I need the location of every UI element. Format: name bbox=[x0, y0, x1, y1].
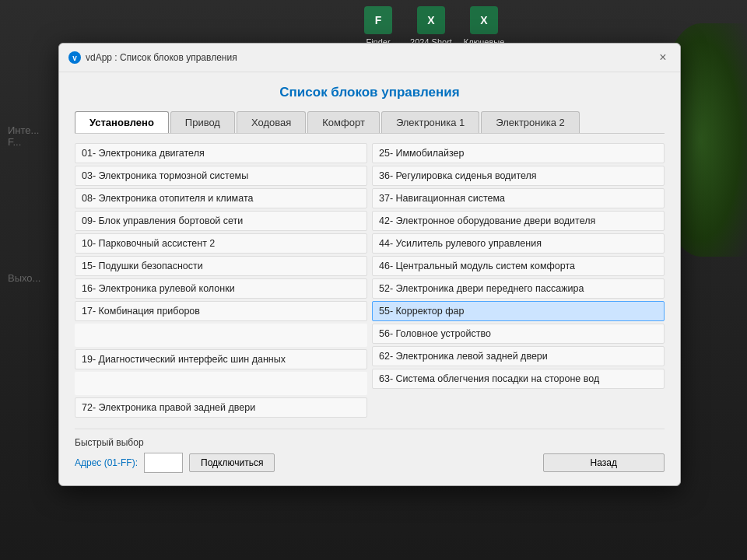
tab-privod[interactable]: Привод bbox=[170, 111, 235, 133]
left-list-item[interactable]: 08- Электроника отопителя и климата bbox=[75, 188, 367, 208]
left-list-item[interactable]: 09- Блок управления бортовой сети bbox=[75, 211, 367, 231]
tab-khodovaya[interactable]: Ходовая bbox=[237, 111, 306, 133]
desktop-icon-2024short[interactable]: X 2024 Short bbox=[408, 6, 454, 47]
bottom-row: Адрес (01-FF): Подключиться Назад bbox=[75, 453, 665, 473]
desktop-icon-klyuchevye[interactable]: X Ключевые bbox=[461, 6, 507, 47]
address-label: Адрес (01-FF): bbox=[75, 457, 138, 468]
right-list-item[interactable]: 42- Электронное оборудование двери водит… bbox=[372, 211, 665, 231]
left-list-item[interactable]: 15- Подушки безопасности bbox=[75, 256, 367, 276]
left-column: 01- Электроника двигателя03- Электроника… bbox=[75, 143, 367, 418]
dialog-titlebar: v vdApp : Список блоков управления × bbox=[59, 44, 680, 72]
watermark-line-1: Инте... bbox=[8, 124, 40, 136]
dialog-app-icon: v bbox=[68, 51, 81, 64]
right-list-item[interactable]: 52- Электроника двери переднего пассажир… bbox=[372, 278, 665, 299]
left-list-item[interactable]: 16- Электроника рулевой колонки bbox=[75, 278, 367, 299]
left-list-item[interactable]: 10- Парковочный ассистент 2 bbox=[75, 233, 367, 254]
quick-select-label: Быстрый выбор bbox=[75, 437, 665, 448]
back-button[interactable]: Назад bbox=[543, 453, 665, 472]
excel-icon-2: X bbox=[470, 6, 498, 34]
right-list-item[interactable]: 25- Иммобилайзер bbox=[372, 143, 665, 163]
excel-icon-1: X bbox=[417, 6, 445, 34]
finder-icon: F bbox=[364, 6, 392, 34]
tab-elektronika2[interactable]: Электроника 2 bbox=[481, 111, 579, 133]
content-columns: 01- Электроника двигателя03- Электроника… bbox=[75, 143, 665, 418]
right-list-item[interactable]: 62- Электроника левой задней двери bbox=[372, 346, 665, 366]
tab-ustanovleno[interactable]: Установлено bbox=[75, 111, 169, 133]
main-dialog: v vdApp : Список блоков управления × Спи… bbox=[58, 43, 681, 486]
dialog-titlebar-left: v vdApp : Список блоков управления bbox=[68, 51, 237, 64]
left-list-item bbox=[75, 372, 367, 395]
dialog-close-button[interactable]: × bbox=[655, 50, 671, 65]
left-list-item bbox=[75, 324, 367, 347]
dialog-heading: Список блоков управления bbox=[75, 85, 665, 100]
left-list-item[interactable]: 01- Электроника двигателя bbox=[75, 143, 367, 163]
connect-button[interactable]: Подключиться bbox=[189, 453, 275, 472]
right-list-item[interactable]: 63- Система облегчения посадки на сторон… bbox=[372, 369, 665, 389]
left-list-item[interactable]: 19- Диагностический интерфейс шин данных bbox=[75, 349, 367, 369]
right-list-item[interactable]: 46- Центральный модуль систем комфорта bbox=[372, 256, 665, 276]
tab-komfort[interactable]: Комфорт bbox=[307, 111, 380, 133]
dialog-title: vdApp : Список блоков управления bbox=[86, 52, 237, 63]
tabs-row: Установлено Привод Ходовая Комфорт Элект… bbox=[75, 111, 665, 134]
right-list-item[interactable]: 37- Навигационная система bbox=[372, 188, 665, 208]
bottom-section: Быстрый выбор Адрес (01-FF): Подключитьс… bbox=[75, 429, 665, 473]
tab-elektronika1[interactable]: Электроника 1 bbox=[381, 111, 479, 133]
right-list-item[interactable]: 56- Головное устройство bbox=[372, 324, 665, 344]
right-list-item[interactable]: 44- Усилитель рулевого управления bbox=[372, 233, 665, 254]
right-list-item[interactable]: 36- Регулировка сиденья водителя bbox=[372, 166, 665, 186]
bottom-left: Адрес (01-FF): Подключиться bbox=[75, 453, 275, 473]
watermark-line-2: F... bbox=[8, 136, 40, 148]
right-list-item[interactable]: 55- Корректор фар bbox=[372, 301, 665, 321]
left-list-item[interactable]: 03- Электроника тормозной системы bbox=[75, 166, 367, 186]
address-input[interactable] bbox=[144, 453, 183, 473]
dialog-body: Список блоков управления Установлено При… bbox=[59, 72, 680, 485]
desktop-icon-finder[interactable]: F Finder bbox=[355, 6, 402, 47]
watermark-line-3: Выхо... bbox=[8, 272, 40, 284]
sidebar-watermark: Инте... F... Выхо... bbox=[8, 124, 40, 284]
right-column: 25- Иммобилайзер36- Регулировка сиденья … bbox=[372, 143, 665, 418]
left-list-item[interactable]: 17- Комбинация приборов bbox=[75, 301, 367, 321]
left-list-item[interactable]: 72- Электроника правой задней двери bbox=[75, 397, 367, 418]
